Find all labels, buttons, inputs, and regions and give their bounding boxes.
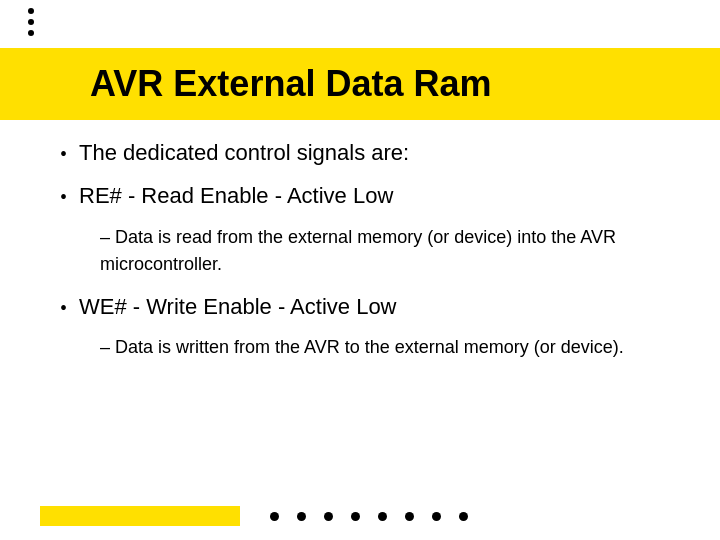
bullet-dot-2: • — [60, 183, 67, 211]
dot-1 — [28, 8, 34, 14]
bottom-dot-3 — [324, 512, 333, 521]
bottom-dot-1 — [270, 512, 279, 521]
bottom-dot-4 — [351, 512, 360, 521]
bullet-text-1: The dedicated control signals are: — [79, 138, 409, 169]
bullet-text-2: RE# - Read Enable - Active Low — [79, 181, 393, 212]
bottom-dot-7 — [432, 512, 441, 521]
dot-3 — [28, 30, 34, 36]
bullet-text-3: WE# - Write Enable - Active Low — [79, 292, 397, 323]
bottom-dots — [270, 512, 468, 521]
slide-title: AVR External Data Ram — [90, 63, 491, 105]
dots-topleft — [28, 8, 34, 36]
bottom-dot-5 — [378, 512, 387, 521]
bullet-dot-1: • — [60, 140, 67, 168]
bullet-dot-3: • — [60, 294, 67, 322]
bottom-bar — [0, 506, 720, 526]
bullet-item-3: • WE# - Write Enable - Active Low — [60, 292, 680, 323]
bottom-dot-2 — [297, 512, 306, 521]
sub-bullet-1: Data is read from the external memory (o… — [100, 224, 680, 278]
bottom-dot-8 — [459, 512, 468, 521]
sub-bullet-text-2: Data is written from the AVR to the exte… — [100, 337, 624, 357]
bottom-dot-6 — [405, 512, 414, 521]
bottom-yellow-rect — [40, 506, 240, 526]
header-bar: AVR External Data Ram — [0, 48, 720, 120]
content-area: • The dedicated control signals are: • R… — [60, 138, 680, 480]
bullet-item-1: • The dedicated control signals are: — [60, 138, 680, 169]
dot-2 — [28, 19, 34, 25]
slide: AVR External Data Ram • The dedicated co… — [0, 0, 720, 540]
sub-bullet-text-1: Data is read from the external memory (o… — [100, 227, 616, 274]
bullet-item-2: • RE# - Read Enable - Active Low — [60, 181, 680, 212]
sub-bullet-2: Data is written from the AVR to the exte… — [100, 334, 680, 361]
